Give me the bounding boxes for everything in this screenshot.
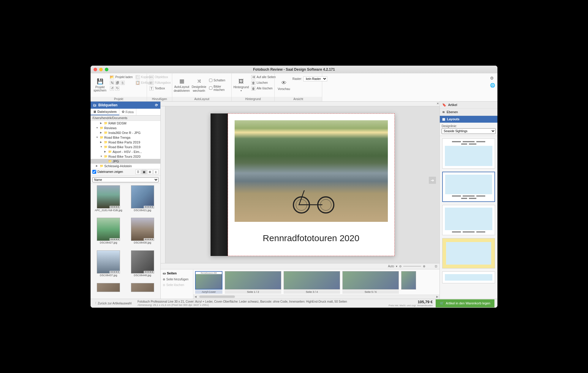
next-page-arrow[interactable]: ➔ [429, 177, 436, 184]
page-thumbnail[interactable]: Seite 1 / 2 [225, 271, 281, 294]
page-thumbnail[interactable]: Rennradfototouren 2020Acryl-Cover [195, 271, 222, 294]
textbox-button[interactable]: TTextbox [148, 86, 172, 91]
thumbnail[interactable]: ★★★★★DSC08437.jpg [92, 250, 125, 281]
zoom-slider[interactable] [403, 266, 421, 267]
zoom-fit-icon[interactable]: ⊡ [435, 265, 437, 268]
schatten-checkbox[interactable]: Schatten [208, 78, 230, 83]
image-stack-icon: 🗂 [93, 103, 97, 107]
layout-option[interactable] [442, 205, 495, 235]
zoom-bar: Auto▾ ⊖ ⊕ ⊡ [161, 263, 440, 269]
layout-option[interactable] [442, 138, 495, 169]
page-thumbnail[interactable]: Seite 5 / 6 [342, 271, 399, 294]
toolbar-row3[interactable]: ↺↻ [109, 86, 134, 91]
tree-row[interactable]: ▶📁RAW DDSM [91, 121, 160, 126]
tree-row[interactable]: ▶📁Road Bike Parts 2019 [91, 140, 160, 145]
folder-tree[interactable]: ▶📁RAW DDSM▼📁Reviews▶📁Insta360 One R - JP… [91, 121, 160, 168]
layout-option[interactable] [442, 271, 495, 283]
ribbon-group-label: Hintergrund [232, 97, 274, 101]
thumbnail[interactable]: ★★★★★DSC08430.jpg [127, 218, 159, 249]
settings-icon[interactable]: ⚙ [490, 76, 495, 80]
add-page-icon: ⊕ [163, 278, 165, 281]
layout-option[interactable] [442, 172, 495, 202]
refresh-icon[interactable]: ⟳ [155, 103, 158, 107]
book-spine [211, 113, 228, 256]
tree-row[interactable]: ▼📁Reviews [91, 126, 160, 130]
layout-icon: ▦ [442, 117, 445, 121]
tree-row[interactable]: 📁JPG [91, 159, 160, 164]
tree-row[interactable]: ▶📁Insta360 One R - JPG [91, 130, 160, 135]
hintergrund-button[interactable]: 🖼 Hintergrund ▾ [233, 75, 249, 96]
pages-icon: ▭ [163, 271, 166, 275]
add-page-button[interactable]: ⊕Seite hinzufügen [162, 277, 192, 282]
ribbon-group-label: Hinzufügen [147, 97, 172, 101]
ruler-vertical [161, 106, 165, 263]
zoom-auto[interactable]: Auto [388, 265, 394, 268]
loschen-button[interactable]: 🗑Löschen [250, 80, 277, 86]
current-path: /Users/hendrik/Documents [91, 116, 160, 121]
monitor-icon: 🖥 [93, 110, 96, 113]
ebenen-accordion[interactable]: ≋Ebenen [440, 109, 497, 116]
thumbnail[interactable]: ★★★★★DSC08427.jpg [92, 218, 125, 249]
delete-page-button: ⊖Seite löschen [162, 282, 192, 287]
app-window: Fotobuch Review - Saal Design Software 4… [91, 66, 497, 308]
book-cover[interactable]: Rennradfototouren 2020 [211, 113, 395, 256]
tree-row[interactable]: ▶📁Aiport - HSV - Eim... [91, 149, 160, 154]
page-thumbnail[interactable]: Seite 3 / 4 [284, 271, 340, 294]
thumbnail[interactable]: ★★★★★DSC08448.jpg [127, 250, 159, 281]
view-list-button[interactable]: ☰ [135, 170, 141, 174]
tree-row[interactable]: ▼📁Road Bike Tours 2019 [91, 145, 160, 149]
image-icon: 🖼 [238, 78, 245, 85]
thumbnail[interactable]: ★★★★★APC_0181-hdr-Edit.jpg [92, 185, 125, 216]
raster-label: Raster: [293, 77, 302, 80]
artikel-accordion[interactable]: 🔖Artikel [440, 102, 497, 108]
page-thumbnail[interactable] [401, 271, 416, 290]
bilder-mischen-checkbox[interactable]: Bilder mischen [208, 84, 230, 92]
thumbnail[interactable] [127, 283, 159, 297]
show-filenames-checkbox[interactable]: Dateinamen zeigen [92, 170, 123, 174]
ribbon-group-label: Ansicht [275, 97, 322, 101]
auf-alle-seiten-button[interactable]: ⇉Auf alle Seiten [250, 75, 277, 80]
close-icon[interactable]: ✕ [437, 102, 439, 105]
add-to-cart-button[interactable]: 🛒Artikel in den Warenkorb legen [436, 299, 494, 307]
zoom-in-icon[interactable]: ⊕ [423, 265, 425, 268]
eye-icon: 👁 [280, 80, 287, 87]
globe-icon[interactable]: 🌐 [490, 83, 495, 88]
view-grid-med-button[interactable]: ⊞ [147, 170, 153, 174]
autolayout-deactivate-button[interactable]: ▦ AutoLayout deaktivieren [173, 75, 190, 96]
thumbnail[interactable] [92, 283, 125, 297]
sort-select[interactable]: Name [92, 177, 159, 182]
paste-icon: 📋 [136, 81, 140, 85]
raster-select[interactable]: kein Raster [303, 76, 327, 81]
vorschau-button[interactable]: 👁 Vorschau [276, 75, 292, 96]
ribbon-group-label: AutoLayout [172, 97, 231, 101]
tree-row[interactable]: ▼📁Road Bike Trenga [91, 135, 160, 140]
toolbar-row2[interactable]: ⇆🗐⎘ [109, 80, 134, 86]
left-panel: 🗂Bildquellen ⟳ 🖥Dateisystem ✿Fotos /User… [91, 102, 161, 299]
cover-title[interactable]: Rennradfototouren 2020 [235, 228, 388, 252]
thumbnail[interactable]: ★★★★★DSC08421.jpg [127, 185, 159, 216]
cover-image[interactable] [235, 120, 388, 222]
trash-icon: 🗑 [251, 81, 255, 85]
product-description: Fotobuch Professional Line 30 x 21, Cove… [137, 300, 389, 307]
tree-row[interactable]: ▶📁Schleswig-Holstein [91, 164, 160, 168]
designline-switch-button[interactable]: ⤭ Designlinie wechseln [191, 75, 207, 96]
back-button[interactable]: 〈Zurück zur Artikelauswahl [94, 301, 132, 305]
view-grid-small-button[interactable]: ▦ [141, 170, 147, 174]
save-project-button[interactable]: 💾 Projekt speichern [92, 75, 108, 96]
grid-icon: ▦ [178, 78, 185, 85]
pages-scrollbar[interactable]: ◀▶ [193, 295, 440, 299]
view-grid-large-button[interactable]: ⫿ [153, 170, 159, 174]
tab-dateisystem[interactable]: 🖥Dateisystem [91, 109, 119, 115]
designlinie-label: Designlinie: [442, 124, 496, 128]
layouts-accordion[interactable]: ▦Layouts [440, 116, 497, 123]
load-project-button[interactable]: 📂Projekt laden [109, 75, 134, 80]
designlinie-select[interactable]: Seaside Sightings [442, 128, 496, 134]
tree-row[interactable]: ▼📁Road Bike Tours 2020 [91, 154, 160, 159]
tab-fotos[interactable]: ✿Fotos [119, 109, 137, 115]
alle-loschen-button[interactable]: 🗑Alle löschen [250, 86, 277, 91]
zoom-out-icon[interactable]: ⊖ [399, 265, 402, 268]
canvas[interactable]: Rennradfototouren 2020 ➔ [165, 106, 440, 263]
text-icon: T [149, 86, 154, 91]
layout-option[interactable] [442, 238, 495, 268]
fullungsbox-button: ◧Füllungsbox [148, 80, 172, 86]
